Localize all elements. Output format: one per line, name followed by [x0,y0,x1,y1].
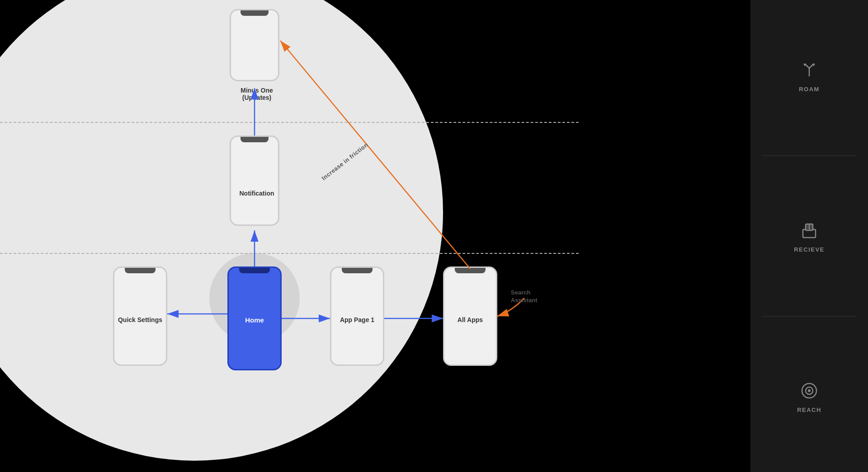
quick-settings-label: Quick Settings [111,316,170,323]
app-page-1-label: App Page 1 [328,316,387,323]
notification-label: Notification [227,190,286,197]
receive-label: RECIEVE [794,246,825,253]
dashed-line-top [0,122,579,123]
main-diagram: Minus One (Updates) Notification Home Qu… [0,0,579,472]
sidebar-item-roam[interactable]: ROAM [798,59,821,93]
sidebar-divider-1 [762,155,856,156]
receive-icon [798,219,821,242]
phone-minus-one [230,9,279,81]
reach-icon [798,379,821,402]
dashed-line-bottom [0,253,579,254]
sidebar: ROAM RECIEVE REACH [750,0,868,472]
all-apps-label: All Apps [441,316,500,323]
sidebar-item-reach[interactable]: REACH [797,379,821,413]
svg-point-20 [808,389,811,392]
phone-notch [241,10,269,16]
minus-one-label: Minus One (Updates) [227,87,286,101]
phone-notch [455,268,486,273]
phone-notch [342,268,373,273]
home-label: Home [225,316,284,324]
phone-notch [241,137,269,142]
phone-notch [125,268,156,273]
roam-label: ROAM [799,86,820,93]
sidebar-divider-2 [762,316,856,317]
sidebar-item-receive[interactable]: RECIEVE [794,219,825,253]
roam-icon [798,59,821,81]
search-assistant-label: SearchAssistant [511,289,538,304]
reach-label: REACH [797,407,821,413]
circle-background [0,0,443,461]
phone-notification [230,136,279,226]
phone-home-notch [239,268,270,273]
